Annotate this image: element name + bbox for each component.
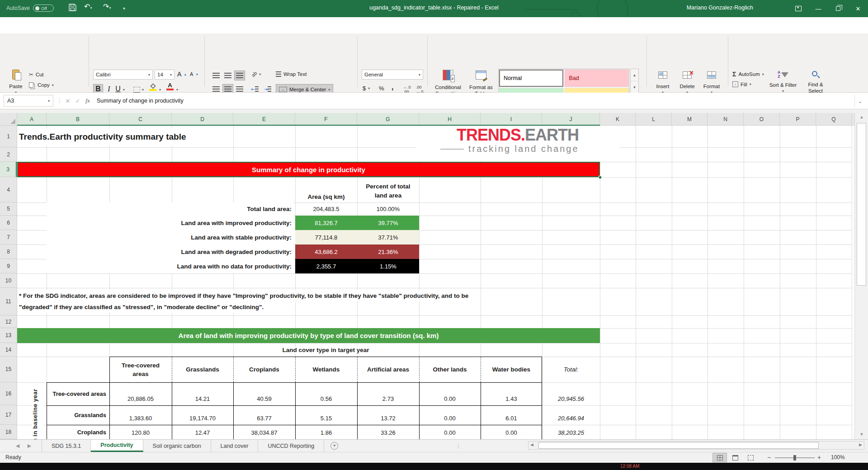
- column-header-P[interactable]: P: [780, 113, 816, 125]
- page-title[interactable]: Trends.Earth productivity summary table: [19, 128, 191, 146]
- zoom-in-button[interactable]: +: [817, 454, 821, 461]
- sort-filter-button[interactable]: AZ Sort & Filter▾: [769, 70, 797, 94]
- new-sheet-button[interactable]: +: [330, 442, 338, 450]
- sheet-tab-productivity[interactable]: Productivity: [91, 440, 143, 452]
- matrix-column-header[interactable]: Other lands: [420, 357, 480, 382]
- sheet-tab-soil-organic-carbon[interactable]: Soil organic carbon: [143, 440, 211, 452]
- fill-handle[interactable]: [599, 176, 602, 179]
- column-header-A[interactable]: A: [17, 113, 47, 125]
- matrix-cell[interactable]: 14.21: [173, 383, 232, 405]
- summary-row-label[interactable]: Land area with degraded productivity:: [47, 244, 293, 259]
- horizontal-scrollbar[interactable]: ◀ ▶: [528, 441, 864, 450]
- sheet-tab-land-cover[interactable]: Land cover: [211, 440, 259, 452]
- column-header-E[interactable]: E: [233, 113, 295, 125]
- sdg-note-line1[interactable]: * For the SDG indicator, areas are consi…: [19, 290, 472, 301]
- matrix-cell[interactable]: 2.73: [358, 383, 418, 405]
- autosave-toggle[interactable]: AutoSave Off: [6, 5, 54, 12]
- shrink-font-button[interactable]: A▼: [190, 71, 198, 77]
- vertical-scroll-thumb[interactable]: [857, 123, 866, 286]
- sdg-note-line2[interactable]: "degraded" if they are classified as "st…: [19, 301, 267, 313]
- underline-dropdown-icon[interactable]: ▾: [123, 88, 125, 92]
- summary-area-value[interactable]: 43,686.2: [295, 244, 357, 259]
- sheet-tab-sdg-15-3-1[interactable]: SDG 15.3.1: [42, 440, 91, 452]
- row-header-4[interactable]: 4: [0, 177, 17, 202]
- matrix-cell[interactable]: 0.56: [296, 383, 356, 405]
- align-middle-button[interactable]: [222, 70, 233, 80]
- restore-button[interactable]: [828, 0, 848, 17]
- matrix-column-header[interactable]: Grasslands: [173, 357, 232, 382]
- align-top-button[interactable]: [211, 70, 222, 80]
- number-format-combo[interactable]: General▾: [362, 70, 423, 80]
- horizontal-scroll-thumb[interactable]: [538, 442, 819, 449]
- matrix-cell[interactable]: 33.26: [358, 425, 418, 439]
- row-header-16[interactable]: 16: [0, 382, 17, 405]
- gallery-up-icon[interactable]: ▲: [631, 69, 638, 81]
- summary-row-label[interactable]: Land area with improved productivity:: [47, 216, 293, 230]
- select-all-corner[interactable]: [0, 113, 17, 126]
- zoom-slider[interactable]: [775, 457, 815, 458]
- selected-cell-A3[interactable]: Summary of change in productivity: [17, 162, 600, 177]
- column-header-J[interactable]: J: [542, 113, 600, 125]
- summary-pct-value[interactable]: 21.36%: [357, 244, 419, 259]
- redo-dropdown-icon[interactable]: ▾: [109, 6, 111, 10]
- scroll-up-icon[interactable]: ▲: [855, 115, 868, 119]
- matrix-column-header[interactable]: Tree-covered areas: [110, 357, 171, 382]
- copy-button[interactable]: Copy▾: [29, 82, 54, 88]
- column-header-O[interactable]: O: [744, 113, 780, 125]
- orientation-button[interactable]: ab▾: [251, 71, 261, 77]
- insert-function-button[interactable]: fx: [83, 95, 92, 107]
- matrix-cell[interactable]: 1,383.60: [110, 406, 171, 424]
- insert-cells-button[interactable]: Insert▾: [652, 71, 674, 96]
- summary-pct-value[interactable]: 1.15%: [357, 259, 419, 273]
- column-header-M[interactable]: M: [672, 113, 708, 125]
- matrix-side-header[interactable]: Land cover type in baseline year: [32, 383, 43, 439]
- matrix-cell[interactable]: 12.47: [173, 425, 232, 439]
- gallery-down-icon[interactable]: ▼: [631, 81, 638, 94]
- matrix-column-header[interactable]: Croplands: [234, 357, 294, 382]
- sheet-nav-right-icon[interactable]: ▶: [24, 440, 35, 452]
- scroll-down-icon[interactable]: ▼: [855, 432, 868, 437]
- matrix-cell[interactable]: 0.00: [420, 406, 480, 424]
- matrix-cell[interactable]: 19,174.70: [173, 406, 232, 424]
- matrix-total-cell[interactable]: 20,646.94: [543, 406, 599, 424]
- row-header-13[interactable]: 13: [0, 328, 17, 343]
- transition-banner[interactable]: Area of land with improving productivity…: [17, 328, 600, 343]
- font-size-combo[interactable]: 14▾: [155, 70, 175, 80]
- matrix-top-header[interactable]: Land cover type in target year: [278, 347, 373, 353]
- sheet-tab-unccd-reporting[interactable]: UNCCD Reporting: [258, 440, 324, 452]
- matrix-cell[interactable]: 13.72: [358, 406, 418, 424]
- close-button[interactable]: ✕: [848, 0, 868, 17]
- zoom-level[interactable]: 100%: [831, 454, 845, 461]
- matrix-row-label[interactable]: Tree-covered areas: [47, 383, 108, 405]
- enter-entry-button[interactable]: ✓: [73, 95, 82, 107]
- font-color-button[interactable]: A: [166, 82, 174, 90]
- name-box[interactable]: A3▾: [4, 95, 53, 107]
- percent-header-cell[interactable]: Percent of total land area: [357, 177, 419, 202]
- matrix-column-header[interactable]: Artificial areas: [358, 357, 418, 382]
- column-header-K[interactable]: K: [600, 113, 636, 125]
- summary-area-value[interactable]: 81,326.7: [295, 216, 357, 230]
- matrix-cell[interactable]: 1.86: [296, 425, 356, 439]
- undo-dropdown-icon[interactable]: ▾: [90, 6, 92, 10]
- summary-area-value[interactable]: 77,114.8: [295, 230, 357, 244]
- summary-row-label[interactable]: Land area with no data for productivity:: [47, 259, 293, 273]
- paste-button[interactable]: Paste▾: [5, 70, 27, 96]
- matrix-cell[interactable]: 0.00: [420, 383, 480, 405]
- matrix-cell[interactable]: 5.15: [296, 406, 356, 424]
- matrix-cell[interactable]: 63.77: [234, 406, 294, 424]
- currency-button[interactable]: $▾: [363, 85, 370, 92]
- row-header-8[interactable]: 8: [0, 244, 17, 259]
- format-cells-button[interactable]: Format▾: [701, 71, 722, 96]
- summary-area-value[interactable]: 2,355.7: [295, 259, 357, 273]
- row-header-9[interactable]: 9: [0, 259, 17, 273]
- sheet-nav-left-icon[interactable]: ◀: [12, 440, 24, 452]
- grow-font-button[interactable]: A▲: [177, 70, 187, 78]
- name-box-dropdown-icon[interactable]: ▾: [48, 99, 50, 103]
- fill-color-dropdown-icon[interactable]: ▾: [159, 88, 161, 92]
- undo-button[interactable]: ↶▾: [84, 3, 92, 10]
- page-layout-view-button[interactable]: [728, 453, 742, 462]
- fill-button[interactable]: ↓Fill▾: [732, 81, 751, 87]
- summary-row-label[interactable]: Total land area:: [47, 202, 293, 216]
- redo-button[interactable]: ↷▾: [103, 3, 111, 10]
- summary-pct-value[interactable]: 100.00%: [357, 202, 419, 216]
